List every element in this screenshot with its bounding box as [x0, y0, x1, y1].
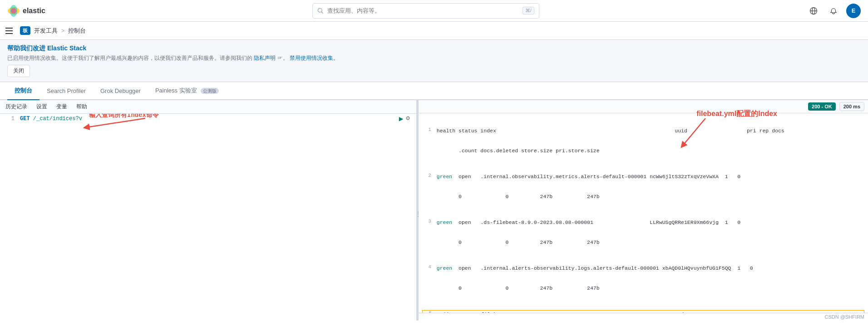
result-row-3: 3 green open .ds-filebeat-8.9.0-2023.08.…	[422, 218, 864, 227]
result-header: 1 health status index uuid pri rep docs	[422, 127, 864, 135]
run-button[interactable]: ▶	[399, 114, 404, 123]
header-line-content: health status index uuid pri rep docs	[437, 127, 784, 135]
result-row-2b: 0 0 247b 247b	[422, 193, 864, 201]
editor-line-1: 1 GET /_cat/indices?v ▶ ⚙	[0, 114, 416, 124]
search-input[interactable]	[327, 7, 519, 14]
line-number-1: 1	[4, 116, 15, 122]
svg-line-4	[321, 12, 323, 13]
subheader-line-content: .count docs.deleted store.size pri.store…	[437, 147, 600, 155]
path-content: /_cat/indices?v	[33, 116, 82, 122]
main-content: 历史记录 设置 变量 帮助 1 GET /_cat/indices?v ▶ ⚙	[0, 100, 868, 320]
toolbar-variables[interactable]: 变量	[54, 102, 69, 112]
copy-button[interactable]: ⚙	[406, 114, 409, 123]
result-row-4b: 0 0 247b 247b	[422, 284, 864, 292]
results-panel: 200 - OK 200 ms 1 health status index uu…	[419, 100, 868, 320]
globe-icon-btn[interactable]	[806, 4, 821, 18]
result-subheader: .count docs.deleted store.size pri.store…	[422, 147, 864, 155]
line-content-1: GET /_cat/indices?v	[20, 116, 82, 122]
breadcrumb-item-2: 控制台	[68, 27, 86, 35]
globe-icon	[809, 7, 818, 15]
close-button[interactable]: 关闭	[7, 65, 30, 77]
nav-icons: E	[806, 4, 861, 18]
status-badge: 200 - OK	[808, 102, 836, 111]
footer: CSDN @SHFIRM	[419, 313, 868, 320]
result-row-3b: 0 0 247b 247b	[422, 238, 864, 247]
breadcrumb-item-1[interactable]: 开发工具	[34, 27, 58, 35]
secondary-nav: 板 开发工具 > 控制台	[0, 22, 868, 40]
hamburger-line-3	[5, 33, 13, 34]
dev-tools-badge: 板	[20, 26, 30, 35]
banner: 帮助我们改进 Elastic Stack 已启用使用情况收集。这便于我们了解用户…	[0, 40, 868, 82]
tab-grok-debugger[interactable]: Grok Debugger	[93, 83, 148, 100]
search-bar[interactable]: ⌘/	[312, 3, 539, 19]
elastic-logo-icon	[7, 5, 20, 17]
banner-desc-text: 已启用使用情况收集。这便于我们了解用户最感兴趣的内容，以便我们改善产品和服务。请…	[7, 55, 252, 61]
tab-badge-painless: 公测版	[201, 88, 219, 94]
bell-icon-btn[interactable]	[826, 4, 841, 18]
banner-title-link[interactable]: 帮助我们改进 Elastic Stack	[7, 44, 86, 52]
tabs-bar: 控制台 Search Profiler Grok Debugger Painle…	[0, 82, 868, 100]
search-container: ⌘/	[53, 3, 799, 19]
toolbar-settings[interactable]: 设置	[35, 102, 49, 112]
hamburger-line-2	[5, 30, 13, 31]
tab-console[interactable]: 控制台	[7, 82, 39, 100]
result-row-4: 4 green open .internal.alerts-observabil…	[422, 264, 864, 272]
method-keyword: GET	[20, 116, 30, 122]
svg-point-2	[11, 8, 16, 14]
toolbar-help[interactable]: 帮助	[74, 102, 89, 112]
result-row-2: 2 green open .internal.observability.met…	[422, 173, 864, 181]
footer-text: CSDN @SHFIRM	[824, 314, 864, 320]
tab-search-profiler[interactable]: Search Profiler	[39, 83, 93, 100]
header-line-num: 1	[422, 127, 431, 132]
elastic-text: elastic	[23, 7, 45, 15]
results-toolbar: 200 - OK 200 ms	[419, 100, 868, 113]
editor-toolbar: 历史记录 设置 变量 帮助	[0, 100, 416, 114]
disable-link[interactable]: 禁用使用情况收集。	[290, 55, 339, 61]
editor-panel: 历史记录 设置 变量 帮助 1 GET /_cat/indices?v ▶ ⚙	[0, 100, 417, 320]
bell-icon	[829, 7, 838, 15]
search-shortcut: ⌘/	[523, 7, 534, 15]
user-avatar[interactable]: E	[846, 4, 861, 18]
hamburger-line-1	[5, 28, 13, 29]
tab-painless[interactable]: Painless 实验室 公测版	[148, 82, 226, 100]
elastic-logo[interactable]: elastic	[7, 5, 45, 17]
hamburger-button[interactable]	[5, 25, 16, 36]
top-nav: elastic ⌘/ E	[0, 0, 868, 22]
banner-desc: 已启用使用情况收集。这便于我们了解用户最感兴趣的内容，以便我们改善产品和服务。请…	[7, 54, 861, 62]
time-badge: 200 ms	[839, 102, 864, 111]
results-content[interactable]: 1 health status index uuid pri rep docs …	[419, 113, 868, 313]
toolbar-history[interactable]: 历史记录	[4, 102, 29, 112]
search-icon	[317, 8, 324, 14]
editor-area[interactable]: 1 GET /_cat/indices?v ▶ ⚙	[0, 114, 416, 320]
banner-title: 帮助我们改进 Elastic Stack	[7, 44, 861, 53]
breadcrumb-sep: >	[61, 28, 64, 34]
privacy-link[interactable]: 隐私声明	[254, 55, 276, 61]
